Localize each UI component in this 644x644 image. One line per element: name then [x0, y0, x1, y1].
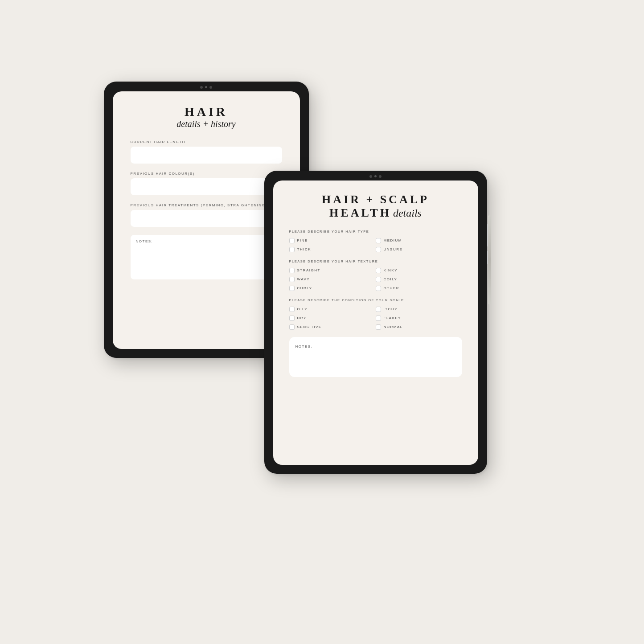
- label-other: OTHER: [384, 286, 400, 290]
- label-coily: COILY: [384, 277, 398, 281]
- front-title: HAIR + SCALP HEALTH details: [289, 193, 462, 220]
- hair-type-right: MEDIUM UNSURE: [376, 238, 462, 252]
- label-sensitive: SENSITIVE: [297, 325, 322, 329]
- section-scalp-condition: PLEASE DESCRIBE THE CONDITION OF YOUR SC…: [289, 298, 462, 330]
- section-hair-texture: PLEASE DESCRIBE YOUR HAIR TEXTURE STRAIG…: [289, 259, 462, 291]
- label-fine: FINE: [297, 238, 308, 242]
- label-curly: CURLY: [297, 286, 312, 290]
- label-unsure: UNSURE: [384, 247, 403, 251]
- form-input-notes[interactable]: NOTES:: [131, 235, 282, 279]
- checkbox-item: OTHER: [376, 286, 462, 291]
- pencil-accessory: [488, 215, 491, 304]
- notes-box-front[interactable]: NOTES:: [289, 337, 462, 377]
- camera-dot: [205, 86, 207, 88]
- label-straight: STRAIGHT: [297, 268, 320, 272]
- checkbox-other[interactable]: [376, 286, 381, 291]
- checkbox-item: FLAKEY: [376, 316, 462, 321]
- hair-texture-right: KINKY COILY OTHER: [376, 268, 462, 291]
- label-wavy: WAVY: [297, 277, 310, 281]
- camera-dot: [369, 175, 372, 178]
- checkbox-itchy[interactable]: [376, 307, 381, 312]
- form-section-colour: PREVIOUS HAIR COLOUR(S): [131, 172, 282, 195]
- checkbox-item: KINKY: [376, 268, 462, 273]
- camera-dot: [209, 86, 212, 89]
- label-medium: MEDIUM: [384, 238, 402, 242]
- screen-front: HAIR + SCALP HEALTH details PLEASE DESCR…: [273, 180, 478, 465]
- checkbox-item: STRAIGHT: [289, 268, 376, 273]
- hair-type-left: FINE THICK: [289, 238, 376, 252]
- scalp-left: OILY DRY SENSITIVE: [289, 307, 376, 330]
- form-input-length[interactable]: [131, 147, 282, 164]
- label-normal: NORMAL: [384, 325, 403, 329]
- checkbox-item: WAVY: [289, 277, 376, 282]
- checkbox-item: THICK: [289, 247, 376, 252]
- checkbox-item: CURLY: [289, 286, 376, 291]
- camera-dot: [374, 175, 377, 177]
- section-hair-type-label: PLEASE DESCRIBE YOUR HAIR TYPE: [289, 230, 462, 234]
- checkbox-thick[interactable]: [289, 247, 295, 252]
- scene: HAIR details + history CURRENT HAIR LENG…: [77, 55, 567, 590]
- back-title-line1: HAIR: [176, 105, 235, 119]
- label-itchy: ITCHY: [384, 307, 398, 311]
- scalp-right: ITCHY FLAKEY NORMAL: [376, 307, 462, 330]
- camera-dot: [200, 86, 203, 89]
- checkbox-medium[interactable]: [376, 238, 381, 243]
- section-hair-texture-label: PLEASE DESCRIBE YOUR HAIR TEXTURE: [289, 259, 462, 263]
- checkbox-straight[interactable]: [289, 268, 295, 273]
- front-title-line2: HEALTH details: [289, 206, 462, 220]
- label-flakey: FLAKEY: [384, 316, 402, 320]
- label-oily: OILY: [297, 307, 308, 311]
- checkbox-curly[interactable]: [289, 286, 295, 291]
- form-section-notes: NOTES:: [131, 235, 282, 279]
- form-label-length: CURRENT HAIR LENGTH: [131, 140, 282, 144]
- back-title-line2: details + history: [176, 119, 235, 129]
- tablet-front: HAIR + SCALP HEALTH details PLEASE DESCR…: [264, 171, 487, 474]
- form-label-colour: PREVIOUS HAIR COLOUR(S): [131, 172, 282, 176]
- front-title-line1: HAIR + SCALP: [289, 193, 462, 206]
- hair-texture-checkboxes: STRAIGHT WAVY CURLY: [289, 268, 462, 291]
- checkbox-item: FINE: [289, 238, 376, 243]
- hair-texture-left: STRAIGHT WAVY CURLY: [289, 268, 376, 291]
- checkbox-item: SENSITIVE: [289, 324, 376, 330]
- camera-dot: [379, 175, 381, 178]
- checkbox-kinky[interactable]: [376, 268, 381, 273]
- label-thick: THICK: [297, 247, 312, 251]
- checkbox-item: COILY: [376, 277, 462, 282]
- form-input-treatments[interactable]: [131, 210, 282, 227]
- checkbox-item: OILY: [289, 307, 376, 312]
- form-section-length: CURRENT HAIR LENGTH: [131, 140, 282, 164]
- front-content: HAIR + SCALP HEALTH details PLEASE DESCR…: [273, 180, 478, 390]
- checkbox-item: UNSURE: [376, 247, 462, 252]
- checkbox-oily[interactable]: [289, 307, 295, 312]
- checkbox-wavy[interactable]: [289, 277, 295, 282]
- scalp-checkboxes: OILY DRY SENSITIVE: [289, 307, 462, 330]
- form-label-treatments: PREVIOUS HAIR TREATMENTS (PERMING, STRAI…: [131, 203, 282, 207]
- hair-type-checkboxes: FINE THICK MEDIUM: [289, 238, 462, 252]
- form-section-treatments: PREVIOUS HAIR TREATMENTS (PERMING, STRAI…: [131, 203, 282, 227]
- camera-dots-front: [264, 171, 487, 178]
- front-title-health: HEALTH: [329, 206, 391, 219]
- back-title: HAIR details + history: [176, 105, 235, 129]
- front-title-italic: details: [393, 207, 422, 219]
- checkbox-unsure[interactable]: [376, 247, 381, 252]
- checkbox-dry[interactable]: [289, 316, 295, 321]
- checkbox-item: DRY: [289, 316, 376, 321]
- checkbox-sensitive[interactable]: [289, 324, 295, 330]
- label-dry: DRY: [297, 316, 307, 320]
- notes-label-front: NOTES:: [295, 345, 313, 349]
- checkbox-item: NORMAL: [376, 324, 462, 330]
- checkbox-normal[interactable]: [376, 324, 381, 330]
- form-input-colour[interactable]: [131, 178, 282, 195]
- checkbox-flakey[interactable]: [376, 316, 381, 321]
- camera-dots-back: [104, 82, 309, 89]
- notes-label-back: NOTES:: [131, 235, 282, 243]
- checkbox-coily[interactable]: [376, 277, 381, 282]
- checkbox-item: MEDIUM: [376, 238, 462, 243]
- checkbox-item: ITCHY: [376, 307, 462, 312]
- section-scalp-label: PLEASE DESCRIBE THE CONDITION OF YOUR SC…: [289, 298, 462, 302]
- section-hair-type: PLEASE DESCRIBE YOUR HAIR TYPE FINE THIC…: [289, 230, 462, 252]
- label-kinky: KINKY: [384, 268, 398, 272]
- checkbox-fine[interactable]: [289, 238, 295, 243]
